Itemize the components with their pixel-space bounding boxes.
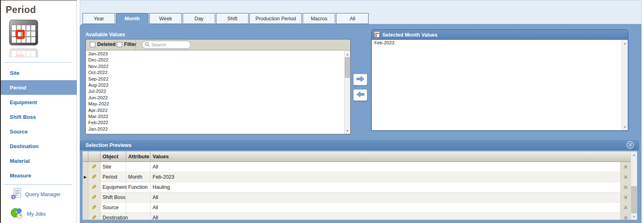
- previews-header-row: Object Attribute Values: [83, 151, 631, 162]
- scroll-down-icon[interactable]: ▼: [631, 214, 637, 219]
- scroll-up-icon[interactable]: ▲: [622, 40, 628, 46]
- previews-scrollbar[interactable]: ▲ ▼: [631, 151, 637, 220]
- remove-row-button[interactable]: ✕: [620, 162, 631, 172]
- row-indicator-cell: ▶: [83, 203, 88, 212]
- available-values-toolbar: Deleted Filter: [86, 39, 350, 50]
- selected-values-icon: [374, 31, 380, 39]
- sidebar-nav-item[interactable]: Equipment: [1, 95, 77, 109]
- object-column-header: Object: [100, 151, 126, 162]
- edit-cell[interactable]: ✎: [88, 162, 100, 172]
- collapse-previews-icon[interactable]: [626, 141, 634, 150]
- period-type-tab[interactable]: Macros: [303, 13, 335, 24]
- sidebar-nav-item[interactable]: Period: [1, 80, 77, 95]
- object-cell: Site: [100, 162, 126, 172]
- selected-values-panel: Selected Month Values Feb-2023 ▲ ▼: [371, 29, 629, 131]
- available-month-item[interactable]: Jun-2022: [86, 95, 344, 101]
- period-type-tab[interactable]: Production Period: [249, 13, 302, 24]
- available-months-list: Jan-2023 Dec-2022 Nov-2022 Oct-2022 Sep-…: [86, 51, 344, 134]
- sidebar-nav-item[interactable]: Measure: [1, 168, 77, 183]
- values-cell: Feb-2023: [151, 172, 620, 182]
- search-icon: [145, 41, 150, 48]
- available-month-item[interactable]: Dec-2022: [86, 57, 344, 63]
- filter-checkbox[interactable]: [117, 42, 122, 47]
- my-jobs-link[interactable]: My Jobs: [11, 207, 46, 221]
- available-month-item[interactable]: Aug-2022: [86, 82, 344, 88]
- row-indicator-cell: ▶: [83, 162, 88, 172]
- preview-row[interactable]: ▶ ✎ Source All ✕: [83, 203, 631, 213]
- available-month-item[interactable]: Apr-2022: [86, 107, 344, 114]
- preview-row[interactable]: ▶ ✎ Site All ✕: [83, 162, 631, 172]
- move-right-button[interactable]: [353, 74, 367, 85]
- scrollbar-thumb[interactable]: [345, 57, 350, 78]
- edit-cell[interactable]: ✎: [88, 213, 100, 220]
- sidebar-nav-item[interactable]: Site: [1, 66, 77, 80]
- available-month-item[interactable]: Nov-2022: [86, 63, 344, 70]
- page-title: Period: [6, 4, 36, 15]
- available-list-scrollbar[interactable]: ▲ ▼: [344, 51, 350, 134]
- preview-row[interactable]: ▶ ✎ Destination All ✕: [83, 213, 631, 220]
- available-month-item[interactable]: Feb-2022: [86, 120, 344, 126]
- search-input[interactable]: [151, 42, 188, 47]
- scroll-down-icon[interactable]: ▼: [622, 124, 628, 130]
- available-month-item[interactable]: Oct-2022: [86, 70, 344, 76]
- edit-cell[interactable]: ✎: [88, 192, 100, 202]
- selected-month-item[interactable]: Feb-2023: [372, 40, 622, 46]
- selected-values-header: Selected Month Values: [372, 30, 628, 40]
- move-left-button[interactable]: [353, 89, 367, 101]
- remove-row-button[interactable]: ✕: [620, 182, 631, 192]
- selected-list-scrollbar[interactable]: ▲ ▼: [622, 40, 628, 130]
- search-box: [142, 41, 191, 49]
- remove-row-button[interactable]: ✕: [620, 172, 631, 182]
- preview-row[interactable]: ▶ ✎ Equipment Function Hauling ✕: [83, 182, 631, 192]
- query-manager-link[interactable]: Query Manager: [11, 188, 61, 201]
- period-type-tab[interactable]: Week: [149, 13, 182, 24]
- values-cell: All: [151, 162, 620, 172]
- edit-cell[interactable]: ✎: [88, 203, 100, 212]
- available-month-item[interactable]: May-2022: [86, 101, 344, 107]
- period-type-tab[interactable]: Year: [83, 13, 115, 24]
- values-cell: All: [151, 192, 620, 202]
- remove-row-button[interactable]: ✕: [620, 213, 631, 220]
- sidebar: Period: [0, 0, 77, 223]
- period-type-tabs: Year Month Week Day Shift: [83, 13, 369, 24]
- available-month-item[interactable]: Jan-2022: [86, 126, 344, 132]
- period-calendar-icon: [8, 18, 41, 59]
- deleted-checkbox[interactable]: [90, 42, 95, 47]
- tab-label: Macros: [311, 16, 327, 22]
- scroll-up-icon[interactable]: ▲: [631, 152, 637, 157]
- sidebar-divider-bottom: [4, 184, 72, 185]
- previews-table-body: Object Attribute Values ▶ ✎: [83, 151, 631, 220]
- sidebar-nav-item[interactable]: Source: [1, 124, 77, 139]
- sidebar-item-label: Source: [10, 129, 28, 135]
- values-cell: All: [151, 203, 620, 212]
- scrollbar-thumb[interactable]: [631, 186, 637, 213]
- edit-cell[interactable]: ✎: [88, 182, 100, 192]
- row-indicator-cell: ▶: [83, 192, 88, 202]
- my-jobs-icon: [11, 207, 24, 221]
- period-type-tab[interactable]: All: [336, 13, 369, 24]
- preview-row[interactable]: ▶ ✎ Period Month Feb-2023 ✕: [83, 172, 631, 182]
- sidebar-item-label: Equipment: [10, 99, 37, 105]
- available-month-item[interactable]: Jan-2023: [86, 51, 344, 57]
- period-type-tab[interactable]: Day: [183, 13, 215, 24]
- period-type-tab[interactable]: Shift: [216, 13, 249, 24]
- sidebar-nav-item[interactable]: Destination: [1, 139, 77, 153]
- edit-cell[interactable]: ✎: [88, 172, 100, 182]
- query-manager-label: Query Manager: [25, 192, 61, 197]
- available-month-item[interactable]: Sep-2022: [86, 76, 344, 82]
- sidebar-nav-item[interactable]: Material: [1, 153, 77, 168]
- period-type-tab[interactable]: Month: [116, 13, 148, 24]
- sidebar-nav-item[interactable]: Shift Boss: [1, 109, 77, 124]
- remove-row-button[interactable]: ✕: [620, 203, 631, 212]
- remove-row-button[interactable]: ✕: [620, 192, 631, 202]
- available-month-item[interactable]: Mar-2022: [86, 114, 344, 120]
- scroll-up-icon[interactable]: ▲: [345, 51, 350, 57]
- sidebar-item-label: Material: [10, 158, 30, 164]
- edit-pencil-icon: ✎: [92, 184, 97, 191]
- attribute-column-header: Attribute: [126, 151, 151, 162]
- tab-label: Day: [194, 16, 203, 22]
- preview-row[interactable]: ▶ ✎ Shift Boss All ✕: [83, 192, 631, 203]
- available-month-item[interactable]: Jul-2022: [86, 88, 344, 94]
- scroll-down-icon[interactable]: ▼: [345, 128, 350, 133]
- previews-rows: ▶ ✎ Site All ✕: [83, 162, 631, 220]
